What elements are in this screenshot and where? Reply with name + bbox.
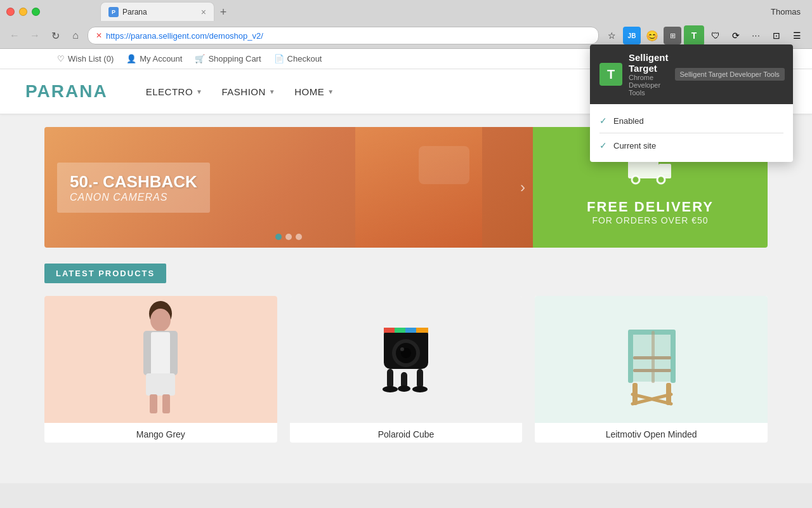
popup-header: T Selligent Target Chrome Developer Tool…	[590, 44, 793, 104]
svg-rect-15	[405, 328, 416, 333]
svg-point-3	[657, 176, 665, 184]
hero-dot-3[interactable]	[296, 234, 302, 240]
checkout-icon: 📄	[274, 54, 284, 64]
tab-title: Parana	[122, 8, 147, 17]
svg-rect-21	[387, 369, 393, 388]
svg-rect-14	[395, 328, 405, 333]
shopping-cart-label: Shopping Cart	[208, 54, 261, 64]
nav-fashion[interactable]: FASHION ▼	[221, 86, 275, 97]
popup-label-enabled: Enabled	[613, 116, 644, 126]
account-link[interactable]: 👤 My Account	[126, 54, 182, 64]
shopping-cart-link[interactable]: 🛒 Shopping Cart	[195, 54, 261, 64]
selligent-popup: T Selligent Target Chrome Developer Tool…	[590, 44, 793, 162]
check-icon-enabled: ✓	[599, 116, 607, 126]
svg-rect-8	[151, 332, 170, 375]
svg-point-24	[383, 386, 398, 392]
hero-dot-2[interactable]	[285, 234, 292, 240]
check-icon-current-site: ✓	[599, 140, 607, 150]
product-card-3[interactable]: Leitmotiv Open Minded	[535, 296, 768, 443]
side-banner-sub: FOR ORDERS OVER €50	[592, 215, 708, 225]
forward-button[interactable]: →	[27, 27, 43, 44]
latest-products-header: LATEST PRODUCTS	[44, 264, 166, 283]
product-image-1	[44, 296, 277, 423]
browser-tab[interactable]: P Parana ×	[100, 2, 214, 21]
star-icon[interactable]: ☆	[603, 27, 620, 44]
dots-icon[interactable]: ···	[747, 27, 765, 44]
logo[interactable]: PARANA	[25, 81, 108, 102]
product-name-2: Polaroid Cube	[290, 423, 523, 443]
svg-rect-9	[146, 373, 175, 396]
refresh-button[interactable]: ↻	[47, 27, 63, 44]
nav-electro[interactable]: ELECTRO ▼	[146, 86, 203, 97]
checkout-label: Checkout	[287, 54, 322, 64]
products-grid: Mango Grey	[44, 296, 768, 443]
popup-subtitle: Chrome Developer Tools	[629, 74, 669, 97]
svg-rect-13	[384, 328, 395, 333]
latest-products-section: LATEST PRODUCTS	[44, 264, 768, 443]
popup-title: Selligent Target	[629, 52, 669, 74]
tab-close-button[interactable]: ×	[201, 8, 206, 17]
svg-rect-4	[660, 164, 671, 174]
maximize-button[interactable]	[32, 8, 40, 16]
popup-label-current-site: Current site	[613, 141, 656, 150]
close-button[interactable]	[6, 8, 15, 16]
cart-icon: 🛒	[195, 54, 205, 64]
svg-rect-28	[628, 331, 633, 383]
svg-point-2	[632, 176, 639, 184]
fashion-arrow: ▼	[269, 88, 275, 95]
product-card-2[interactable]: Polaroid Cube	[290, 296, 523, 443]
svg-rect-0	[628, 159, 658, 178]
product-name-3: Leitmotiv Open Minded	[535, 423, 768, 443]
popup-body: ✓ Enabled ✓ Current site	[590, 104, 793, 162]
product-image-2	[290, 296, 523, 423]
hero-text-box: 50.- CASHBACK CANON CAMERAS	[57, 163, 210, 213]
tab-favicon: P	[108, 7, 119, 17]
svg-rect-11	[162, 394, 170, 413]
product-image-3	[535, 296, 768, 423]
nav-home[interactable]: HOME ▼	[294, 86, 334, 97]
svg-rect-10	[150, 394, 157, 413]
insecure-icon: ✕	[96, 31, 102, 40]
hero-dots	[275, 234, 302, 240]
minimize-button[interactable]	[19, 8, 27, 16]
account-label: My Account	[140, 54, 182, 64]
popup-title-area: Selligent Target Chrome Developer Tools	[629, 52, 669, 97]
account-icon: 👤	[126, 54, 136, 64]
popup-t-icon: T	[599, 63, 622, 86]
jetbrains-icon[interactable]: JB	[623, 27, 641, 44]
popup-divider	[599, 133, 783, 133]
svg-rect-23	[417, 369, 423, 388]
menu-icon[interactable]: ☰	[788, 27, 806, 44]
translate-icon[interactable]: ⟳	[727, 27, 745, 44]
new-tab-button[interactable]: +	[214, 3, 232, 21]
address-input[interactable]: ✕ https://parana.selligent.com/demoshop_…	[88, 27, 599, 44]
home-arrow: ▼	[327, 88, 334, 95]
user-name: Thomas	[766, 7, 806, 17]
home-button[interactable]: ⌂	[67, 27, 84, 44]
svg-rect-33	[652, 331, 655, 383]
shield-icon[interactable]: 🛡	[707, 27, 724, 44]
checkout-link[interactable]: 📄 Checkout	[274, 54, 322, 64]
back-button[interactable]: ←	[6, 27, 23, 44]
toolbar-icons: ☆ JB 😊 ⊞ T 🛡 ⟳ ··· ⊡ ☰	[603, 25, 806, 46]
svg-point-6	[150, 309, 171, 331]
product-card-1[interactable]: Mango Grey	[44, 296, 277, 443]
product-name-1: Mango Grey	[44, 423, 277, 443]
hero-banner[interactable]: 50.- CASHBACK CANON CAMERAS ›	[44, 127, 533, 248]
puzzle-icon[interactable]: ⊞	[664, 27, 681, 44]
hero-next-arrow[interactable]: ›	[520, 178, 525, 196]
popup-ext-label: Selligent Target Developer Tools	[675, 68, 785, 81]
hero-main-text: 50.- CASHBACK	[70, 172, 197, 192]
selligent-t-icon[interactable]: T	[684, 25, 704, 46]
hero-sub-text: CANON CAMERAS	[70, 192, 197, 203]
svg-point-25	[398, 385, 410, 392]
svg-rect-16	[416, 328, 428, 333]
hero-dot-1[interactable]	[275, 234, 282, 240]
emoji-icon[interactable]: 😊	[643, 27, 661, 44]
popup-item-enabled[interactable]: ✓ Enabled	[599, 112, 783, 130]
side-banner-title: FREE DELIVERY	[587, 199, 714, 215]
svg-point-26	[412, 386, 428, 392]
sidebar-icon[interactable]: ⊡	[768, 27, 785, 44]
popup-item-current-site[interactable]: ✓ Current site	[599, 137, 783, 154]
wishlist-link[interactable]: ♡ Wish List (0)	[57, 54, 114, 64]
